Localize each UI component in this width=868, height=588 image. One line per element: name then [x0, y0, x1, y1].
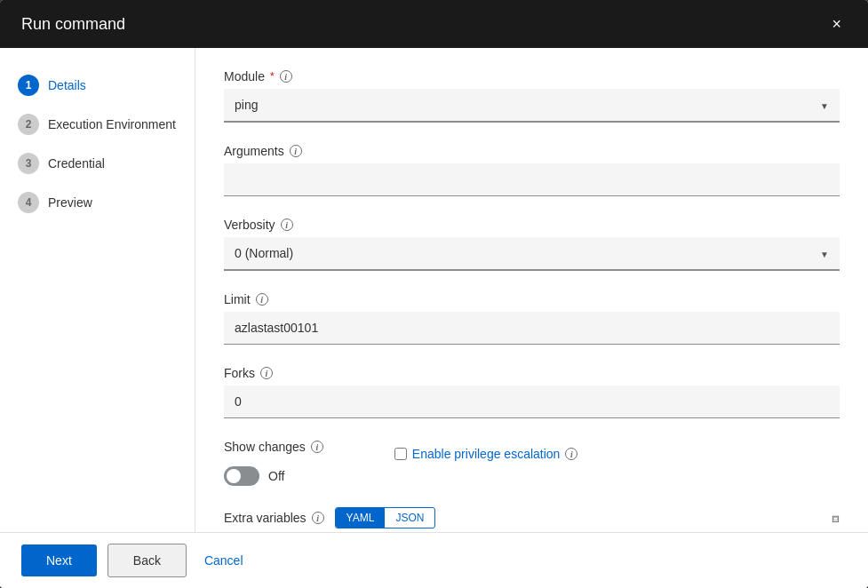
module-required: * [270, 70, 275, 83]
module-info-icon[interactable]: i [280, 70, 292, 83]
forks-label-row: Forks i [224, 366, 840, 380]
verbosity-label-text: Verbosity [224, 218, 275, 232]
extra-variables-label-row: Extra variables i [224, 511, 324, 525]
verbosity-select[interactable]: 0 (Normal) 1 (Verbose) 2 (More Verbose) … [224, 237, 840, 271]
module-group: Module * i ping command shell copy file [224, 69, 840, 123]
step-num-2: 2 [18, 114, 39, 135]
forks-group: Forks i [224, 366, 840, 418]
forks-info-icon[interactable]: i [260, 367, 273, 379]
sidebar-item-credential[interactable]: 3 Credential [0, 144, 195, 183]
verbosity-info-icon[interactable]: i [281, 219, 293, 231]
verbosity-label-row: Verbosity i [224, 218, 840, 232]
extra-variables-group: Extra variables i YAML JSON ⧈ [224, 507, 840, 528]
extra-variables-label-text: Extra variables [224, 511, 307, 525]
sidebar-item-preview[interactable]: 4 Preview [0, 183, 195, 222]
modal-footer: Next Back Cancel [0, 532, 868, 588]
toggle-wrapper: Off [224, 466, 323, 486]
module-select-wrapper: ping command shell copy file [224, 89, 840, 123]
back-button[interactable]: Back [108, 544, 187, 577]
extra-variables-info-icon[interactable]: i [312, 512, 324, 524]
forks-input[interactable] [224, 385, 840, 418]
arguments-label-text: Arguments [224, 144, 284, 158]
limit-label-text: Limit [224, 292, 251, 306]
step-num-4: 4 [18, 192, 39, 213]
sidebar: 1 Details 2 Execution Environment 3 Cred… [0, 48, 195, 532]
show-changes-toggle[interactable] [224, 466, 259, 486]
close-button[interactable]: × [826, 14, 847, 34]
sidebar-label-preview: Preview [48, 195, 92, 210]
expand-icon[interactable]: ⧈ [832, 511, 840, 526]
verbosity-select-wrapper: 0 (Normal) 1 (Verbose) 2 (More Verbose) … [224, 237, 840, 271]
privilege-info-icon[interactable]: i [565, 448, 577, 460]
extra-variables-row: Extra variables i YAML JSON ⧈ [224, 507, 840, 528]
show-changes-label-row: Show changes i [224, 440, 323, 454]
extra-variables-tab-group: YAML JSON [335, 507, 436, 528]
json-tab-button[interactable]: JSON [385, 508, 434, 528]
show-changes-label-text: Show changes [224, 440, 306, 454]
limit-label-row: Limit i [224, 292, 840, 306]
arguments-label-row: Arguments i [224, 144, 840, 158]
show-changes-group: Show changes i Off Enable privilege esca… [224, 440, 840, 486]
arguments-input[interactable] [224, 163, 840, 196]
yaml-tab-button[interactable]: YAML [336, 508, 386, 528]
privilege-row: Enable privilege escalation i [394, 440, 578, 461]
run-command-modal: Run command × 1 Details 2 Execution Envi… [0, 0, 868, 588]
sidebar-label-credential: Credential [48, 156, 105, 171]
sidebar-item-details[interactable]: 1 Details [0, 66, 195, 105]
module-label-row: Module * i [224, 69, 840, 83]
step-num-1: 1 [18, 75, 39, 96]
module-label-text: Module [224, 69, 265, 83]
sidebar-label-details: Details [48, 78, 86, 92]
modal-title: Run command [21, 15, 125, 34]
toggle-off-label: Off [268, 469, 284, 483]
modal-header: Run command × [0, 0, 868, 48]
sidebar-item-execution-environment[interactable]: 2 Execution Environment [0, 105, 195, 144]
modal-overlay: Run command × 1 Details 2 Execution Envi… [0, 0, 868, 588]
privilege-checkbox[interactable] [394, 448, 407, 460]
main-content: Module * i ping command shell copy file [195, 48, 868, 532]
cancel-button[interactable]: Cancel [197, 544, 251, 576]
limit-info-icon[interactable]: i [256, 293, 268, 306]
limit-group: Limit i [224, 292, 840, 345]
module-select[interactable]: ping command shell copy file [224, 89, 840, 123]
privilege-label[interactable]: Enable privilege escalation [412, 447, 561, 461]
modal-body: 1 Details 2 Execution Environment 3 Cred… [0, 48, 868, 532]
show-changes-info-icon[interactable]: i [311, 441, 323, 453]
forks-label-text: Forks [224, 366, 255, 380]
step-num-3: 3 [18, 153, 39, 174]
sidebar-label-execution: Execution Environment [48, 117, 176, 131]
verbosity-group: Verbosity i 0 (Normal) 1 (Verbose) 2 (Mo… [224, 218, 840, 271]
next-button[interactable]: Next [21, 544, 97, 576]
show-changes-col: Show changes i Off [224, 440, 323, 486]
arguments-group: Arguments i [224, 144, 840, 196]
arguments-info-icon[interactable]: i [290, 145, 302, 157]
privilege-checkbox-row: Enable privilege escalation i [394, 447, 578, 461]
limit-input[interactable] [224, 312, 840, 345]
